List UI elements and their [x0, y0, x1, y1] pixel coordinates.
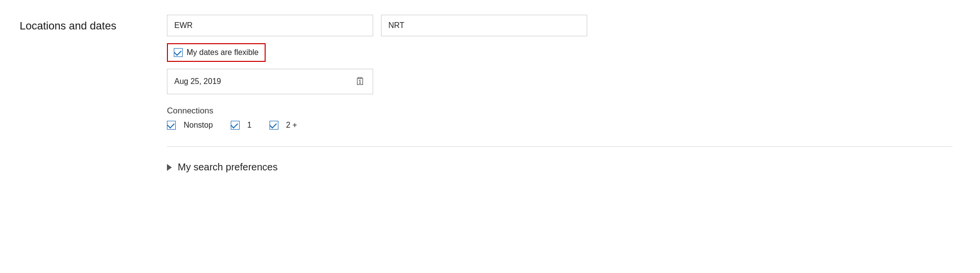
two-plus-label: 2 +	[286, 121, 298, 130]
connections-label: Connections	[167, 106, 953, 116]
flexible-dates-label: My dates are flexible	[187, 48, 259, 57]
one-stop-checkbox[interactable]	[231, 121, 240, 130]
connection-2plus[interactable]: 2 +	[270, 121, 298, 130]
destination-input[interactable]	[381, 15, 587, 36]
connection-nonstop[interactable]: Nonstop	[167, 121, 213, 130]
search-preferences-row[interactable]: My search preferences	[167, 162, 953, 173]
flexible-dates-checkbox[interactable]	[174, 48, 183, 57]
connections-options: Nonstop 1 2 +	[167, 121, 953, 130]
search-preferences-label: My search preferences	[178, 162, 277, 173]
date-input-wrapper[interactable]: Aug 25, 2019 🗓	[167, 69, 373, 94]
form-area: My dates are flexible Aug 25, 2019 🗓 Con…	[167, 15, 953, 173]
nonstop-label: Nonstop	[184, 121, 213, 130]
connections-section: Connections Nonstop 1 2 +	[167, 106, 953, 130]
flexible-dates-checkbox-wrapper[interactable]: My dates are flexible	[167, 43, 266, 62]
page-container: Locations and dates My dates are flexibl…	[0, 0, 980, 273]
calendar-icon[interactable]: 🗓	[355, 75, 366, 88]
origin-input[interactable]	[167, 15, 373, 36]
inputs-row	[167, 15, 953, 36]
section-title: Locations and dates	[20, 15, 167, 32]
nonstop-checkbox[interactable]	[167, 121, 176, 130]
one-stop-label: 1	[247, 121, 252, 130]
date-value: Aug 25, 2019	[174, 77, 355, 86]
divider	[167, 146, 953, 147]
two-plus-checkbox[interactable]	[270, 121, 278, 130]
chevron-right-icon	[167, 164, 172, 171]
connection-1[interactable]: 1	[231, 121, 252, 130]
